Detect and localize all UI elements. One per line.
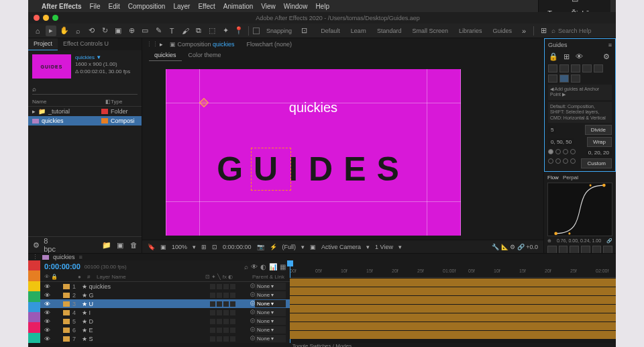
ws-learn[interactable]: Learn bbox=[347, 28, 370, 34]
wrap-button[interactable]: Wrap bbox=[587, 137, 612, 147]
unit-radio[interactable] bbox=[570, 158, 576, 164]
mask-icon[interactable]: ▣ bbox=[160, 244, 166, 250]
layer-row[interactable]: 👁4★ I⦾None ▾ bbox=[40, 308, 290, 317]
align-top-icon[interactable] bbox=[582, 64, 592, 72]
preview-icon[interactable]: ▣ bbox=[310, 244, 316, 250]
timeline-grip-icon[interactable]: ⋮ bbox=[32, 254, 38, 260]
roto-tool[interactable]: ✦ bbox=[220, 26, 231, 36]
unit-radio[interactable] bbox=[563, 149, 568, 154]
type-tool[interactable]: T bbox=[166, 26, 177, 36]
viewer-opt-icon[interactable]: 🔧 📐 ⚙ 🔗 +0.0 bbox=[492, 244, 538, 250]
camera-tool[interactable]: ▣ bbox=[113, 26, 123, 36]
tab-effect-controls[interactable]: Effect Controls U bbox=[58, 38, 114, 50]
help-search-input[interactable] bbox=[558, 28, 612, 34]
time-ruler[interactable]: 00f05f10f15f20f25f01:00f05f10f15f20f25f0… bbox=[290, 260, 616, 278]
custom-button[interactable]: Custom bbox=[581, 158, 612, 168]
interpret-icon[interactable]: ⚙ bbox=[31, 240, 42, 250]
unit-radio[interactable] bbox=[570, 149, 576, 154]
twirl-icon[interactable]: ▸ bbox=[160, 41, 163, 48]
orbit-tool[interactable]: ⟲ bbox=[86, 26, 97, 36]
eraser-tool[interactable]: ⬚ bbox=[207, 26, 217, 36]
bpc-icon[interactable]: 8 bpc bbox=[44, 240, 55, 250]
viewer[interactable]: quickies GUIDES bbox=[142, 61, 543, 240]
curve-link-icon[interactable]: 🔗 bbox=[606, 238, 612, 244]
flowchart-tab[interactable]: Flowchart (none) bbox=[241, 39, 298, 50]
custom-values-input[interactable]: 0, 20, 20 bbox=[586, 149, 612, 156]
timeline-comp-tab[interactable]: quickies bbox=[53, 254, 75, 260]
curve-handle-icon[interactable]: ⊕ bbox=[547, 238, 551, 244]
unit-radio[interactable] bbox=[548, 158, 553, 164]
marker-icon[interactable]: 🔖 bbox=[148, 244, 155, 250]
views-dropdown[interactable]: 1 View bbox=[375, 244, 393, 250]
unit-radio[interactable] bbox=[555, 158, 561, 164]
layer-bar[interactable] bbox=[290, 278, 616, 287]
puppet-tool[interactable]: 📍 bbox=[233, 26, 244, 36]
preset-icon[interactable] bbox=[547, 246, 557, 253]
menu-layer[interactable]: Layer bbox=[173, 3, 190, 10]
gear-icon[interactable]: ⚙ bbox=[601, 51, 612, 62]
align-vcenter-icon[interactable] bbox=[594, 64, 603, 72]
align-right-icon[interactable] bbox=[571, 64, 580, 72]
project-item-folder[interactable]: ▸ 📁 _tutorial Folder bbox=[28, 107, 142, 116]
unit-radio[interactable] bbox=[563, 158, 568, 164]
tab-perpal[interactable]: Perpal bbox=[563, 175, 578, 181]
project-search[interactable]: ⌕ bbox=[32, 85, 138, 95]
zoom-level[interactable]: 100% bbox=[172, 244, 187, 250]
grid-icon[interactable]: ⊡ bbox=[212, 244, 217, 250]
align-bottom-icon[interactable] bbox=[548, 75, 557, 83]
project-item-comp[interactable]: quickies Composi bbox=[28, 116, 142, 126]
new-folder-icon[interactable]: 📁 bbox=[101, 240, 112, 250]
layer-row[interactable]: 👁2★ G⦾None ▾ bbox=[40, 291, 290, 299]
minimize-icon[interactable] bbox=[43, 15, 49, 21]
wrap-values-input[interactable]: 0, 50, 50 bbox=[548, 138, 574, 146]
edge-mode-icon[interactable] bbox=[571, 75, 580, 83]
ws-small[interactable]: Small Screen bbox=[408, 28, 452, 34]
twirl-icon[interactable]: ▸ bbox=[32, 108, 36, 115]
ws-libraries[interactable]: Libraries bbox=[455, 28, 486, 34]
layer-row[interactable]: 👁5★ D⦾None ▾ bbox=[40, 317, 290, 326]
res-icon[interactable]: ⊞ bbox=[201, 244, 207, 250]
close-icon[interactable] bbox=[34, 15, 40, 21]
layer-row[interactable]: 👁1★ quickies⦾None ▾ bbox=[40, 282, 290, 291]
timeline-tracks[interactable]: 00f05f10f15f20f25f01:00f05f10f15f20f25f0… bbox=[290, 260, 616, 343]
layer-bar[interactable] bbox=[290, 295, 616, 304]
eye-icon[interactable]: 👁 bbox=[574, 51, 584, 62]
col-type[interactable]: Type bbox=[111, 99, 138, 105]
selection-tool[interactable]: ▸ bbox=[46, 26, 56, 36]
search-layer-icon[interactable]: ⌕ bbox=[244, 263, 248, 270]
motion-blur-icon[interactable]: ◐ bbox=[260, 263, 266, 270]
new-comp-icon[interactable]: ▣ bbox=[115, 240, 125, 250]
resolution-dropdown[interactable]: (Full) bbox=[282, 244, 297, 250]
divide-count-input[interactable]: 5 bbox=[548, 126, 556, 134]
menu-composition[interactable]: Composition bbox=[128, 3, 166, 10]
canvas[interactable]: quickies GUIDES bbox=[166, 69, 461, 236]
preset-icon[interactable] bbox=[581, 246, 590, 253]
menu-app[interactable]: After Effects bbox=[42, 3, 81, 10]
ws-default[interactable]: Default bbox=[317, 28, 344, 34]
layer-bar[interactable] bbox=[290, 313, 616, 321]
zoom-tool[interactable]: ⌕ bbox=[72, 26, 83, 36]
hand-tool[interactable]: ✋ bbox=[59, 26, 70, 36]
subtab-quickies[interactable]: quickies bbox=[149, 50, 182, 61]
unit-radio[interactable] bbox=[555, 149, 561, 154]
divide-button[interactable]: Divide bbox=[585, 125, 612, 135]
label-swatch[interactable] bbox=[101, 109, 108, 114]
align-hcenter-icon[interactable] bbox=[559, 64, 569, 72]
comp-tab[interactable]: ▣ Composition quickies bbox=[164, 39, 240, 50]
frame-blend-icon[interactable]: ▦ bbox=[280, 263, 286, 270]
ws-overflow-icon[interactable]: » bbox=[519, 26, 529, 36]
tab-project[interactable]: Project bbox=[28, 38, 58, 50]
layer-row[interactable]: 👁3★ U⦾None ▾ bbox=[40, 299, 290, 308]
subtab-color-theme[interactable]: Color theme bbox=[183, 50, 227, 61]
panel-menu-icon[interactable]: ≡ bbox=[608, 42, 612, 48]
menu-help[interactable]: Help bbox=[315, 3, 329, 10]
ws-guides[interactable]: Guides bbox=[488, 28, 516, 34]
menu-animation[interactable]: Animation bbox=[223, 3, 253, 10]
label-swatch[interactable] bbox=[101, 118, 108, 123]
preset-icon[interactable] bbox=[570, 246, 579, 253]
ease-curve[interactable] bbox=[547, 183, 612, 236]
menu-effect[interactable]: Effect bbox=[198, 3, 215, 10]
pen-tool[interactable]: ✎ bbox=[153, 26, 164, 36]
brush-tool[interactable]: 🖌 bbox=[180, 26, 191, 36]
shy-icon[interactable]: 👁 bbox=[251, 263, 258, 270]
